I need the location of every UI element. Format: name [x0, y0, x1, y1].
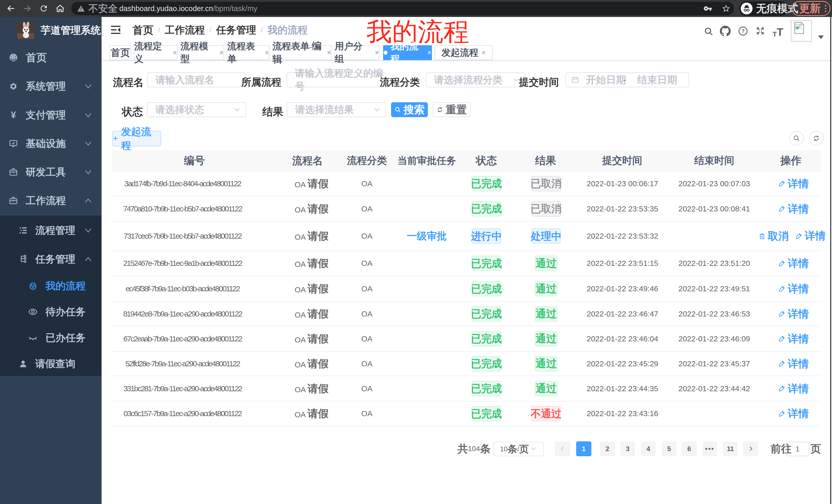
svg-text:?: ? — [742, 28, 745, 34]
